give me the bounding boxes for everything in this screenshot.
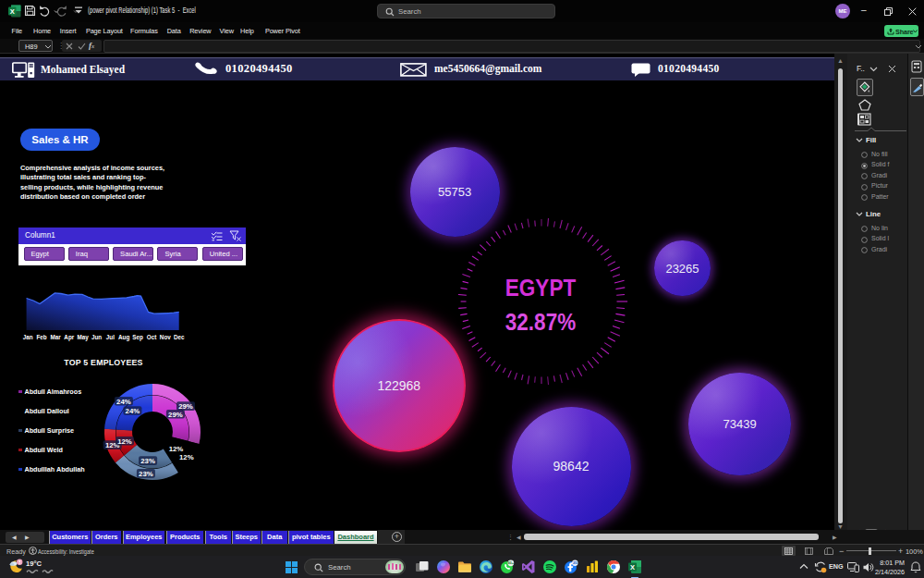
svg-text:X: X bbox=[630, 563, 635, 572]
svg-text:12%: 12% bbox=[179, 453, 194, 461]
svg-text:12%: 12% bbox=[117, 437, 132, 446]
svg-text:24%: 24% bbox=[116, 398, 131, 406]
svg-text:93+: 93+ bbox=[507, 560, 514, 565]
svg-text:X: X bbox=[10, 7, 15, 16]
svg-text:25: 25 bbox=[573, 560, 578, 565]
svg-text:23%: 23% bbox=[139, 470, 153, 478]
svg-text:24%: 24% bbox=[126, 407, 140, 415]
svg-text:23%: 23% bbox=[140, 457, 155, 465]
svg-text:29%: 29% bbox=[168, 411, 183, 419]
svg-text:12%: 12% bbox=[169, 445, 184, 453]
